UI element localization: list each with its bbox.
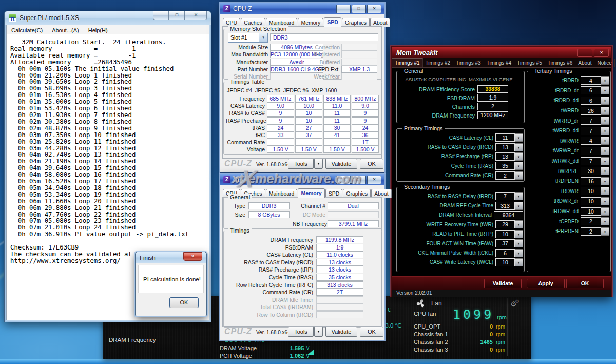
timing-value-dropdown[interactable]: 29 [495, 220, 515, 228]
chevron-down-icon[interactable] [601, 76, 609, 85]
cpuz-tab[interactable]: About [371, 189, 391, 198]
chevron-down-icon[interactable] [515, 192, 523, 200]
chevron-down-icon[interactable] [601, 137, 609, 145]
cpuz-tab[interactable]: Memory [298, 188, 324, 198]
timing-value-dropdown[interactable]: 7 [581, 127, 601, 135]
timing-value-dropdown[interactable]: 4 [581, 76, 601, 85]
cpuz-tab[interactable]: About [370, 18, 390, 27]
tools-dropdown-button[interactable] [314, 327, 323, 337]
chevron-down-icon[interactable] [601, 187, 609, 195]
chevron-down-icon[interactable] [601, 117, 609, 125]
chevron-down-icon[interactable] [515, 220, 523, 228]
cpuz-tab[interactable]: Graphics [343, 189, 371, 198]
timing-value-dropdown[interactable]: 30 [581, 167, 601, 175]
timing-value-dropdown[interactable]: 10 [581, 197, 601, 205]
timing-value-dropdown[interactable]: 26 [581, 107, 601, 115]
close-button[interactable] [185, 11, 207, 20]
cpuz-tab[interactable]: Graphics [342, 18, 370, 27]
tools-dropdown-button[interactable] [314, 159, 323, 169]
timing-value-dropdown[interactable]: 7 [495, 192, 515, 200]
chevron-down-icon[interactable] [601, 97, 609, 105]
chevron-down-icon[interactable] [601, 127, 609, 135]
chevron-down-icon[interactable] [601, 147, 609, 155]
timing-value-dropdown[interactable]: 10 [495, 258, 515, 266]
timing-value-dropdown[interactable]: 10 [495, 230, 515, 238]
timing-value-dropdown[interactable]: 6 [581, 86, 601, 94]
settings-gear-icon[interactable]: ⚙⚙ [510, 299, 519, 308]
timing-value-dropdown[interactable]: 2 [581, 217, 601, 225]
chevron-down-icon[interactable] [259, 33, 267, 42]
chevron-down-icon[interactable] [515, 133, 523, 142]
timing-value-dropdown[interactable]: 4 [581, 137, 601, 145]
ok-button[interactable]: OK [360, 159, 383, 169]
chevron-down-icon[interactable] [515, 202, 523, 210]
timing-value-dropdown[interactable]: 37 [495, 239, 515, 247]
superpi-titlebar[interactable]: π Super PI / mod1.5 XS [5, 11, 211, 25]
apply-button[interactable]: Apply [527, 279, 565, 288]
chevron-down-icon[interactable] [601, 167, 609, 175]
chevron-down-icon[interactable] [601, 197, 609, 205]
menu-item[interactable]: Calculate(C) [7, 27, 47, 33]
timing-value-dropdown[interactable]: 11 [495, 133, 515, 142]
cpuz-titlebar[interactable]: Z CPU-Z [220, 174, 384, 185]
chevron-down-icon[interactable] [515, 143, 523, 151]
chevron-down-icon[interactable] [601, 107, 609, 115]
timing-value-dropdown[interactable]: 9364 [494, 211, 523, 219]
ok-button[interactable]: OK [360, 327, 383, 337]
timing-value-dropdown[interactable]: 6 [581, 97, 601, 105]
close-button[interactable] [367, 5, 381, 13]
memtweakit-tab[interactable]: Timings #4 [484, 59, 515, 67]
timing-value-dropdown[interactable]: 13 [495, 152, 515, 161]
chevron-down-icon[interactable] [601, 207, 609, 216]
validate-button[interactable]: Validate [484, 279, 522, 288]
chevron-down-icon[interactable] [601, 157, 609, 165]
timing-value-dropdown[interactable]: 7 [581, 157, 601, 165]
close-button[interactable] [183, 252, 202, 261]
minimize-button[interactable] [153, 11, 169, 20]
timing-value-dropdown[interactable]: 6 [495, 249, 515, 257]
minimize-button[interactable] [336, 5, 351, 13]
cpuz-titlebar[interactable]: Z CPU-Z [220, 3, 384, 14]
cpuz-tab[interactable]: Memory [298, 18, 323, 27]
tools-button[interactable]: Tools [288, 327, 314, 337]
timing-value-dropdown[interactable]: 7 [581, 117, 601, 125]
menu-item[interactable]: Help(H) [84, 27, 112, 33]
chevron-down-icon[interactable] [515, 258, 523, 266]
chevron-down-icon[interactable] [601, 217, 609, 225]
slot-select-dropdown[interactable]: Slot #1 [228, 33, 268, 43]
timing-value-dropdown[interactable]: 313 [495, 202, 515, 210]
chevron-down-icon[interactable] [601, 227, 609, 236]
timing-value-dropdown[interactable]: 35 [495, 162, 515, 170]
chevron-down-icon[interactable] [515, 239, 523, 247]
close-button[interactable] [367, 176, 381, 184]
timing-value-dropdown[interactable]: 13 [495, 143, 515, 151]
timing-value-dropdown[interactable]: 7 [581, 147, 601, 155]
memtweakit-tab[interactable]: Notice [594, 59, 614, 67]
memtweakit-titlebar[interactable]: Mem TweakIt [392, 47, 611, 58]
close-button[interactable] [594, 49, 609, 57]
maximize-button[interactable] [352, 5, 366, 13]
chevron-down-icon[interactable] [515, 230, 523, 238]
timing-value-dropdown[interactable]: 2 [495, 171, 515, 180]
ok-button[interactable]: OK [169, 297, 199, 308]
memtweakit-tab[interactable]: Timings #1 [392, 58, 423, 67]
tools-button[interactable]: Tools [288, 159, 314, 169]
ok-button[interactable]: OK [566, 279, 604, 288]
memtweakit-tab[interactable]: About [575, 59, 594, 67]
minimize-button[interactable] [578, 49, 592, 57]
memtweakit-tab[interactable]: Timings #2 [423, 59, 454, 67]
cpuz-tab[interactable]: SPD [325, 189, 343, 198]
cpuz-tab[interactable]: Mainboard [266, 189, 298, 198]
chevron-down-icon[interactable] [515, 171, 523, 180]
validate-button[interactable]: Validate [325, 327, 357, 337]
maximize-button[interactable] [169, 11, 185, 20]
menu-item[interactable]: About...(A) [47, 27, 84, 33]
memtweakit-tab[interactable]: Timings #6 [545, 59, 576, 67]
memtweakit-tab[interactable]: Timings #5 [514, 59, 545, 67]
timing-value-dropdown[interactable]: 2 [581, 227, 601, 236]
chevron-down-icon[interactable] [515, 162, 523, 170]
validate-button[interactable]: Validate [325, 159, 357, 169]
timing-value-dropdown[interactable]: 10 [581, 207, 601, 216]
minimize-button[interactable] [336, 176, 351, 184]
chevron-down-icon[interactable] [601, 86, 609, 94]
